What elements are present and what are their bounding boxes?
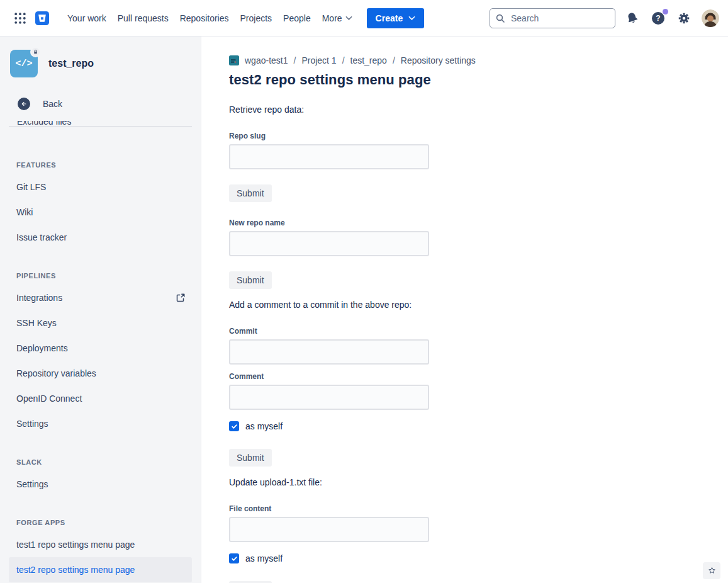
checkbox-row-as-myself: as myself <box>229 421 429 431</box>
sidebar-item-label: Issue tracker <box>16 232 67 242</box>
sidebar-item-settings[interactable]: Settings <box>9 472 192 497</box>
sidebar-item-label: SSH Keys <box>16 318 57 328</box>
page-title: test2 repo settings menu page <box>229 72 728 88</box>
star-icon <box>707 566 717 575</box>
notification-dot <box>663 9 668 14</box>
feedback-star-button[interactable] <box>703 562 720 579</box>
repo-slug-input[interactable] <box>229 144 429 169</box>
form-blocks: Retrieve repo data:Repo slugSubmitNew re… <box>229 105 429 583</box>
sidebar-item-repository-variables[interactable]: Repository variables <box>9 361 192 386</box>
breadcrumb-separator: / <box>393 55 395 65</box>
sidebar-item-label: Settings <box>16 479 48 489</box>
sidebar-section-forge-apps: FORGE APPStest1 repo settings menu paget… <box>0 519 201 582</box>
breadcrumb-link-repository-settings[interactable]: Repository settings <box>401 55 476 65</box>
sidebar-item-label: Repository variables <box>16 368 96 378</box>
submit-button[interactable]: Submit <box>229 271 272 289</box>
sidebar-item-deployments[interactable]: Deployments <box>9 336 192 361</box>
user-avatar[interactable] <box>702 9 719 27</box>
more-menu-button[interactable]: More <box>316 9 358 27</box>
section-text-add-a-comment-to-a-commi: Add a comment to a commit in the above r… <box>229 300 429 310</box>
app-switcher-icon[interactable] <box>13 11 28 26</box>
sidebar-item-label: Excluded files <box>17 121 71 127</box>
lock-icon <box>30 47 41 57</box>
workspace-avatar-icon <box>229 55 239 65</box>
search-icon <box>495 13 505 23</box>
comment-label: Comment <box>229 372 429 381</box>
main-content: wgao-test1/Project 1/test_repo/Repositor… <box>201 37 728 583</box>
clipped-sidebar-item[interactable]: Excluded files <box>9 121 192 132</box>
repo-avatar-glyph: </> <box>15 59 32 69</box>
sidebar-item-test2-repo-settings-menu-page[interactable]: test2 repo settings menu page <box>9 557 192 582</box>
notifications-bell-icon[interactable] <box>624 9 641 27</box>
search-input[interactable] <box>510 13 610 24</box>
repo-slug-label: Repo slug <box>229 132 429 140</box>
back-label: Back <box>43 99 62 109</box>
sidebar-item-label: Deployments <box>16 343 68 353</box>
submit-button[interactable]: Submit <box>229 184 272 202</box>
sidebar-item-issue-tracker[interactable]: Issue tracker <box>9 225 192 250</box>
new-repo-name-input[interactable] <box>229 231 429 256</box>
submit-button[interactable]: Submit <box>229 449 272 467</box>
new-repo-name-label: New repo name <box>229 218 429 227</box>
nav-item-your-work[interactable]: Your work <box>62 9 112 27</box>
sidebar-section-pipelines: PIPELINESIntegrationsSSH KeysDeployments… <box>0 272 201 436</box>
breadcrumb-link-project-1[interactable]: Project 1 <box>301 55 336 65</box>
search-box[interactable] <box>490 8 615 28</box>
sidebar-section-title: SLACK <box>0 458 201 466</box>
sidebar-item-label: OpenID Connect <box>16 393 82 404</box>
sidebar-item-label: Settings <box>16 419 48 429</box>
sidebar-section-features: FEATURESGit LFSWikiIssue tracker <box>0 161 201 250</box>
sidebar-item-ssh-keys[interactable]: SSH Keys <box>9 310 192 336</box>
nav-item-projects[interactable]: Projects <box>235 9 278 27</box>
commit-label: Commit <box>229 327 429 336</box>
sidebar-item-label: Wiki <box>16 207 33 217</box>
sidebar-section-slack: SLACKSettings <box>0 458 201 497</box>
comment-input[interactable] <box>229 385 429 410</box>
sidebar-item-wiki[interactable]: Wiki <box>9 200 192 225</box>
field-file-content: File content <box>229 504 429 542</box>
breadcrumb-separator: / <box>342 55 345 65</box>
file-content-label: File content <box>229 504 429 513</box>
nav-item-pull-requests[interactable]: Pull requests <box>112 9 174 27</box>
repo-header: </> test_repo <box>0 37 201 77</box>
field-comment: Comment <box>229 372 429 410</box>
create-button[interactable]: Create <box>367 8 425 28</box>
external-link-icon <box>176 293 186 303</box>
section-text-retrieve-repo-data: Retrieve repo data: <box>229 105 429 115</box>
file-content-input[interactable] <box>229 517 429 542</box>
more-label: More <box>322 13 342 23</box>
sidebar: </> test_repo Back Excluded files <box>0 37 201 583</box>
breadcrumb-link-wgao-test1[interactable]: wgao-test1 <box>245 55 288 65</box>
nav-item-people[interactable]: People <box>277 9 316 27</box>
settings-gear-icon[interactable] <box>675 9 693 27</box>
sidebar-item-openid-connect[interactable]: OpenID Connect <box>9 386 192 411</box>
sidebar-item-test1-repo-settings-menu-page[interactable]: test1 repo settings menu page <box>9 532 192 557</box>
breadcrumb: wgao-test1/Project 1/test_repo/Repositor… <box>229 54 728 67</box>
checkbox-label: as myself <box>245 553 283 563</box>
sidebar-item-settings[interactable]: Settings <box>9 411 192 436</box>
as-myself-checkbox[interactable] <box>229 421 239 431</box>
top-navigation-bar: Your workPull requestsRepositoriesProjec… <box>0 0 728 37</box>
field-repo-slug: Repo slug <box>229 132 429 169</box>
checkbox-label: as myself <box>245 421 283 431</box>
sidebar-item-label: test2 repo settings menu page <box>16 565 135 575</box>
sidebar-section-title: FORGE APPS <box>0 519 201 526</box>
repo-avatar: </> <box>10 50 38 77</box>
as-myself-checkbox[interactable] <box>229 553 239 563</box>
sidebar-section-title: FEATURES <box>0 161 201 169</box>
help-icon[interactable]: ? <box>649 9 667 27</box>
commit-input[interactable] <box>229 339 429 365</box>
sidebar-item-label: test1 repo settings menu page <box>16 540 135 550</box>
sidebar-item-integrations[interactable]: Integrations <box>9 285 192 310</box>
nav-item-repositories[interactable]: Repositories <box>174 9 235 27</box>
breadcrumb-link-test-repo[interactable]: test_repo <box>350 55 387 65</box>
chevron-down-icon <box>345 16 352 21</box>
sidebar-sections: FEATURESGit LFSWikiIssue trackerPIPELINE… <box>0 161 201 582</box>
bitbucket-logo-icon[interactable] <box>35 11 49 25</box>
create-label: Create <box>376 13 403 23</box>
sidebar-item-git-lfs[interactable]: Git LFS <box>9 174 192 200</box>
back-button[interactable]: Back <box>18 98 201 110</box>
primary-nav: Your workPull requestsRepositoriesProjec… <box>62 9 316 27</box>
sidebar-section-title: PIPELINES <box>0 272 201 280</box>
field-commit: Commit <box>229 327 429 365</box>
